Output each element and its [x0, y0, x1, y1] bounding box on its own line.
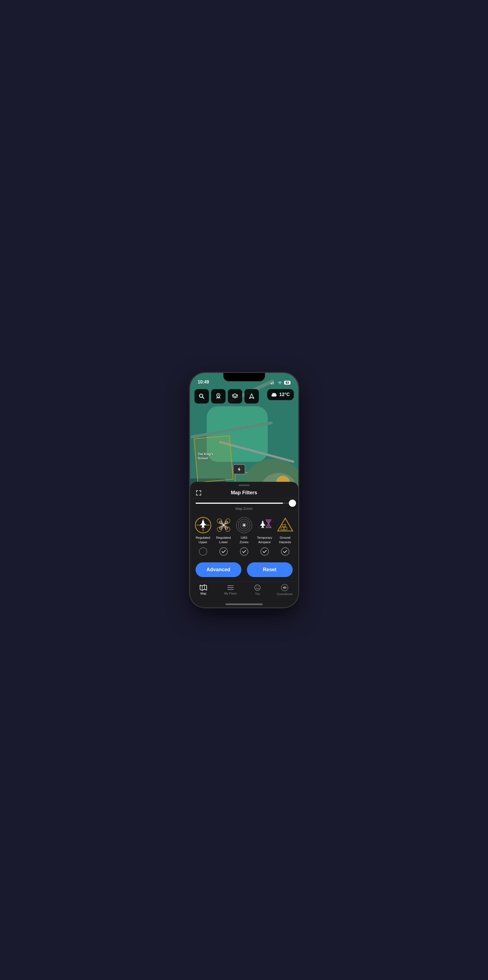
resize-icon	[196, 490, 202, 496]
svg-marker-11	[249, 394, 254, 398]
zoom-slider-fill	[196, 503, 283, 504]
weather-temperature: 12°C	[279, 392, 290, 398]
filter-label-temporary-airspace: TemporaryAirspace	[257, 536, 272, 544]
tab-my-plans-label: My Plans	[224, 592, 237, 595]
regulated-lower-icon	[215, 517, 232, 534]
cloud-icon	[271, 392, 277, 397]
checkbox-uas-zones[interactable]	[235, 547, 254, 556]
phone-screen: 10:49 83	[190, 373, 298, 607]
checkmark-icon	[263, 549, 267, 554]
svg-marker-3	[238, 467, 241, 471]
filter-label-regulated-lower: RegulatedLower	[216, 536, 231, 544]
tab-coverdrone-label: Coverdrone	[277, 592, 292, 596]
coverdrone-icon	[281, 584, 288, 591]
filter-temporary-airspace[interactable]: TemporaryAirspace	[255, 516, 274, 544]
tab-map-label: Map	[201, 592, 206, 595]
pin-icon	[215, 393, 222, 399]
svg-point-54	[256, 587, 257, 587]
tab-map[interactable]: Map	[195, 585, 212, 595]
search-button[interactable]	[195, 389, 209, 404]
coverdrone-tab-icon	[281, 584, 288, 591]
filter-uas-zones[interactable]: UASZones	[235, 516, 254, 544]
checkbox-ground-hazards-circle	[281, 547, 289, 556]
tab-bar: Map My Plans	[190, 582, 298, 603]
zoom-section: Map Zoom	[190, 499, 298, 512]
lightning-marker	[233, 464, 245, 474]
uas-zones-icon-wrap	[235, 516, 253, 534]
layers-icon	[232, 393, 238, 399]
svg-point-57	[284, 587, 286, 589]
pin-button[interactable]	[211, 389, 225, 404]
svg-point-38	[243, 524, 245, 526]
filter-label-regulated-upper: RegulatedUpper	[196, 536, 210, 544]
phone-frame: 10:49 83	[190, 373, 298, 607]
navigation-icon	[248, 393, 255, 399]
smiley-icon	[254, 584, 261, 591]
checkmark-icon	[283, 549, 287, 554]
tab-you-label: You	[255, 592, 260, 595]
ground-hazards-icon: !	[277, 517, 294, 534]
zoom-label: Map Zoom	[196, 506, 293, 511]
temporary-airspace-icon-wrap	[256, 516, 274, 534]
svg-line-5	[202, 397, 204, 398]
notch	[223, 373, 265, 381]
svg-point-53	[255, 585, 260, 590]
home-indicator	[225, 603, 263, 605]
list-icon	[227, 585, 234, 591]
reset-button[interactable]: Reset	[247, 562, 293, 577]
checkmark-icon	[242, 549, 246, 554]
weather-widget[interactable]: 12°C	[267, 389, 294, 400]
list-tab-icon	[227, 585, 234, 591]
checkbox-regulated-lower-circle	[219, 547, 228, 556]
checkbox-temporary-airspace-circle	[260, 547, 269, 556]
svg-rect-0	[271, 383, 272, 384]
smiley-tab-icon	[254, 584, 261, 591]
regulated-lower-icon-wrap	[215, 516, 233, 534]
navigation-button[interactable]	[244, 389, 259, 404]
status-icons: 83	[271, 381, 290, 385]
layers-button[interactable]	[228, 389, 242, 404]
bottom-sheet: Map Filters Map Zoom	[190, 482, 298, 607]
checkboxes-row	[190, 544, 298, 560]
regulated-upper-icon	[195, 517, 212, 534]
filter-ground-hazards[interactable]: ! GroundHazards	[276, 516, 295, 544]
svg-rect-44	[281, 527, 284, 530]
sheet-header: Map Filters	[190, 486, 298, 499]
tab-my-plans[interactable]: My Plans	[222, 585, 239, 595]
signal-icon	[271, 381, 276, 384]
filter-regulated-upper[interactable]: RegulatedUpper	[194, 516, 212, 544]
svg-marker-10	[232, 394, 238, 396]
map-tab-icon	[200, 585, 207, 591]
map-icon	[200, 585, 207, 591]
zoom-slider[interactable]	[196, 503, 293, 504]
filter-label-ground-hazards: GroundHazards	[279, 536, 291, 544]
expand-icon[interactable]	[196, 490, 202, 496]
status-time: 10:49	[198, 380, 209, 385]
search-icon	[198, 393, 205, 399]
uas-zones-icon	[236, 517, 253, 534]
wifi-icon	[277, 381, 282, 385]
svg-rect-1	[272, 382, 273, 384]
advanced-button[interactable]: Advanced	[196, 562, 241, 577]
svg-rect-2	[273, 381, 274, 384]
ground-hazards-icon-wrap: !	[276, 516, 294, 534]
filters-grid: RegulatedUpper	[190, 512, 298, 544]
svg-rect-32	[222, 524, 225, 526]
checkbox-temporary-airspace[interactable]	[255, 547, 274, 556]
checkbox-uas-zones-circle	[240, 547, 248, 556]
svg-marker-47	[200, 585, 207, 590]
checkbox-ground-hazards[interactable]	[276, 547, 295, 556]
checkbox-regulated-upper-circle	[199, 547, 207, 556]
filter-label-uas-zones: UASZones	[240, 536, 249, 544]
checkmark-icon	[222, 549, 226, 554]
checkbox-regulated-upper[interactable]	[194, 547, 212, 556]
tab-coverdrone[interactable]: Coverdrone	[276, 584, 293, 596]
regulated-upper-icon-wrap	[194, 516, 212, 534]
tab-you[interactable]: You	[249, 584, 266, 595]
zoom-slider-thumb[interactable]	[289, 500, 296, 507]
filter-regulated-lower[interactable]: RegulatedLower	[214, 516, 233, 544]
svg-line-8	[219, 397, 220, 398]
action-buttons: Advanced Reset	[190, 560, 298, 582]
temporary-airspace-icon	[256, 517, 273, 534]
checkbox-regulated-lower[interactable]	[214, 547, 233, 556]
